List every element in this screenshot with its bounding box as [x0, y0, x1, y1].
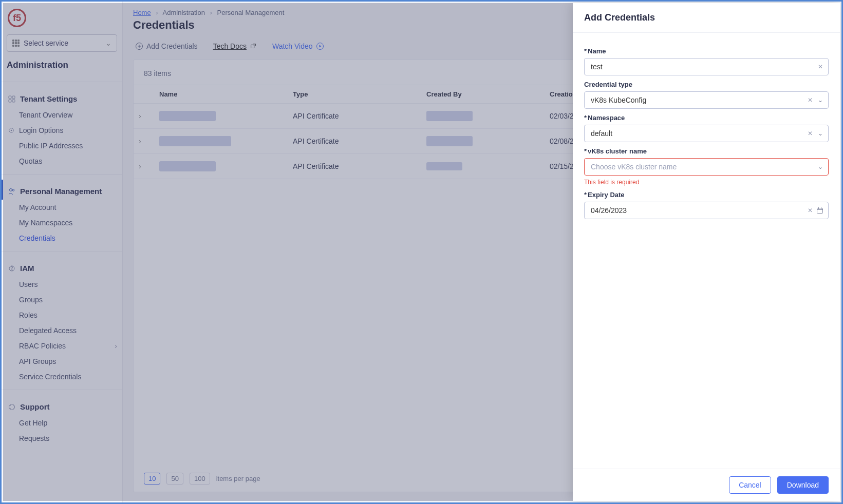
download-button[interactable]: Download	[777, 476, 829, 494]
panel-title: Add Credentials	[573, 3, 840, 33]
name-label: *Name	[584, 47, 829, 55]
clear-icon[interactable]: ✕	[818, 63, 823, 70]
name-input[interactable]: test ✕	[584, 58, 829, 75]
clear-icon[interactable]: ✕	[808, 207, 813, 214]
credtype-label: Credential type	[584, 81, 829, 88]
chevron-down-icon: ⌄	[818, 163, 823, 170]
chevron-down-icon: ⌄	[818, 130, 823, 137]
chevron-down-icon: ⌄	[818, 96, 823, 104]
cluster-label: *vK8s cluster name	[584, 147, 829, 155]
svg-rect-14	[817, 208, 823, 214]
cancel-button[interactable]: Cancel	[729, 476, 771, 494]
expiry-date-input[interactable]: 04/26/2023 ✕	[584, 202, 829, 219]
calendar-icon	[816, 206, 824, 215]
cluster-error: This field is required	[584, 179, 829, 186]
add-credentials-panel: Add Credentials *Name test ✕ Credential …	[573, 3, 840, 501]
credtype-select[interactable]: vK8s KubeConfig ✕ ⌄	[584, 91, 829, 109]
namespace-select[interactable]: default ✕ ⌄	[584, 125, 829, 142]
expiry-label: *Expiry Date	[584, 191, 829, 199]
cluster-select[interactable]: Choose vK8s cluster name ⌄	[584, 158, 829, 176]
clear-icon[interactable]: ✕	[808, 96, 813, 104]
namespace-label: *Namespace	[584, 114, 829, 122]
clear-icon[interactable]: ✕	[808, 130, 813, 137]
